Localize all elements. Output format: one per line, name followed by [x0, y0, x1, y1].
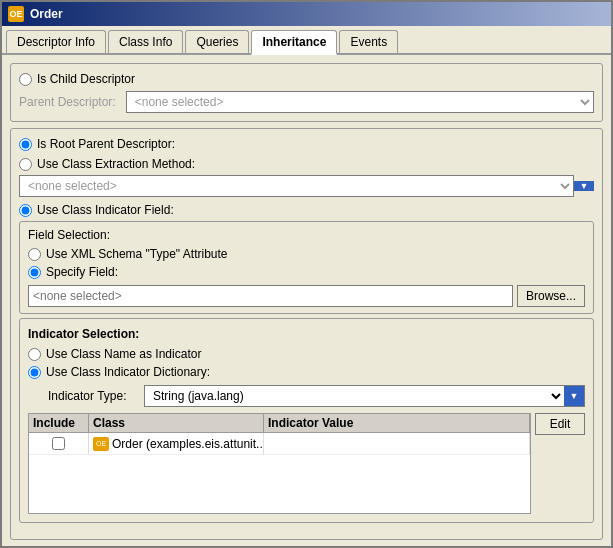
window-icon: OE [8, 6, 24, 22]
child-descriptor-radio[interactable] [19, 73, 32, 86]
specify-field-input[interactable] [28, 285, 513, 307]
root-descriptor-radio[interactable] [19, 138, 32, 151]
parent-descriptor-row: Parent Descriptor: <none selected> [19, 91, 594, 113]
indicator-field-label: Use Class Indicator Field: [37, 203, 174, 217]
table-row[interactable]: OE Order (examples.eis.attunit... [29, 433, 530, 455]
col-indicator: Indicator Value [264, 414, 530, 432]
class-name-radio-row: Use Class Name as Indicator [28, 347, 585, 361]
cell-indicator-value [264, 433, 530, 454]
tab-events[interactable]: Events [339, 30, 398, 53]
extraction-label: Use Class Extraction Method: [37, 157, 195, 171]
indicator-selection-label: Indicator Selection: [28, 327, 585, 341]
indicator-type-dropdown-arrow: ▼ [564, 386, 584, 406]
class-name-indicator-label: Use Class Name as Indicator [46, 347, 201, 361]
tab-bar: Descriptor Info Class Info Queries Inher… [2, 26, 611, 55]
specify-field-row: Browse... [28, 285, 585, 307]
child-descriptor-label: Is Child Descriptor [37, 72, 135, 86]
main-window: OE Order Descriptor Info Class Info Quer… [0, 0, 613, 548]
cell-class: OE Order (examples.eis.attunit... [89, 433, 264, 454]
field-selection-group: Field Selection: Use XML Schema "Type" A… [19, 221, 594, 314]
root-descriptor-label: Is Root Parent Descriptor: [37, 137, 175, 151]
parent-descriptor-select[interactable]: <none selected> [126, 91, 594, 113]
col-class: Class [89, 414, 264, 432]
tab-queries[interactable]: Queries [185, 30, 249, 53]
xml-schema-radio[interactable] [28, 248, 41, 261]
indicator-type-row: Indicator Type: String (java.lang) ▼ [48, 385, 585, 407]
indicator-field-radio-row: Use Class Indicator Field: [19, 203, 594, 217]
edit-button[interactable]: Edit [535, 413, 585, 435]
class-name-indicator-radio[interactable] [28, 348, 41, 361]
specify-field-radio[interactable] [28, 266, 41, 279]
extraction-dropdown-arrow: ▼ [574, 181, 594, 191]
window-title: Order [30, 7, 63, 21]
child-descriptor-section: Is Child Descriptor Parent Descriptor: <… [10, 63, 603, 122]
child-descriptor-row: Is Child Descriptor [19, 72, 594, 86]
indicator-type-select[interactable]: String (java.lang) [145, 386, 564, 406]
browse-button[interactable]: Browse... [517, 285, 585, 307]
tab-descriptor-info[interactable]: Descriptor Info [6, 30, 106, 53]
indicator-table-container: Include Class Indicator Value OE [28, 413, 585, 514]
extraction-radio-row: Use Class Extraction Method: [19, 157, 594, 171]
class-name: Order (examples.eis.attunit... [112, 437, 264, 451]
table-header: Include Class Indicator Value [29, 414, 530, 433]
field-selection-title: Field Selection: [28, 228, 585, 242]
dictionary-radio-row: Use Class Indicator Dictionary: [28, 365, 585, 379]
include-checkbox[interactable] [52, 437, 65, 450]
cell-include [29, 433, 89, 454]
parent-descriptor-label: Parent Descriptor: [19, 95, 116, 109]
indicator-field-radio[interactable] [19, 204, 32, 217]
xml-radio-row: Use XML Schema "Type" Attribute [28, 247, 585, 261]
class-icon: OE [93, 437, 109, 451]
indicator-table: Include Class Indicator Value OE [28, 413, 531, 514]
col-include: Include [29, 414, 89, 432]
xml-schema-label: Use XML Schema "Type" Attribute [46, 247, 228, 261]
tab-inheritance[interactable]: Inheritance [251, 30, 337, 55]
specify-radio-row: Specify Field: [28, 265, 585, 279]
root-section: Is Root Parent Descriptor: Use Class Ext… [10, 128, 603, 540]
title-bar: OE Order [2, 2, 611, 26]
indicator-type-label: Indicator Type: [48, 389, 138, 403]
extraction-radio[interactable] [19, 158, 32, 171]
dictionary-radio[interactable] [28, 366, 41, 379]
indicator-type-select-wrap: String (java.lang) ▼ [144, 385, 585, 407]
dictionary-label: Use Class Indicator Dictionary: [46, 365, 210, 379]
extraction-select[interactable]: <none selected> [19, 175, 574, 197]
table-body: OE Order (examples.eis.attunit... [29, 433, 530, 513]
specify-field-label: Specify Field: [46, 265, 118, 279]
tab-class-info[interactable]: Class Info [108, 30, 183, 53]
indicator-selection-section: Indicator Selection: Use Class Name as I… [19, 318, 594, 523]
root-radio-row: Is Root Parent Descriptor: [19, 137, 594, 151]
tab-content: Is Child Descriptor Parent Descriptor: <… [2, 55, 611, 546]
